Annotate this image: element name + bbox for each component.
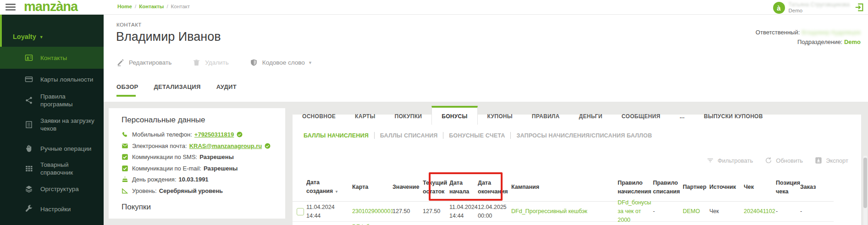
sidebar-item-contacts[interactable]: Контакты bbox=[0, 47, 104, 69]
bonus-panel: БАЛЛЫ НАЧИСЛЕНИЯ БАЛЛЫ СПИСАНИЯ БОНУСНЫЕ… bbox=[293, 102, 861, 225]
partner-link[interactable]: DEMO bbox=[683, 208, 700, 214]
user-org: Demo bbox=[789, 8, 850, 14]
sidebar-item-receipt-upload[interactable]: Заявки на загрузку чеков bbox=[0, 111, 104, 138]
col-start-date[interactable]: Дата начала bbox=[449, 179, 478, 196]
email-communications-value: Разрешены bbox=[204, 165, 238, 172]
birthday-value: 10.03.1991 bbox=[179, 176, 209, 183]
col-end-date[interactable]: Дата окончания bbox=[478, 179, 511, 196]
layers-icon bbox=[25, 185, 33, 193]
col-current-balance[interactable]: Текущий остаток bbox=[423, 179, 449, 196]
receipt-link[interactable]: 2024041102 bbox=[744, 208, 775, 214]
sidebar-item-product-catalog[interactable]: Товарный справочник bbox=[0, 159, 104, 179]
module-switcher[interactable]: Loyalty ▼ bbox=[0, 15, 104, 47]
logout-icon[interactable] bbox=[854, 2, 864, 12]
subtab-point-requests[interactable]: ЗАПРОСЫ НАЧИСЛЕНИЯ/СПИСАНИЯ БАЛЛОВ bbox=[516, 132, 652, 139]
edit-button[interactable]: Редактировать bbox=[116, 59, 171, 66]
breadcrumb-contacts[interactable]: Контакты bbox=[139, 4, 164, 9]
codeword-button[interactable]: Кодовое слово ▼ bbox=[250, 59, 312, 66]
sidebar-item-program-rules[interactable]: Правила программы bbox=[0, 90, 104, 111]
chevron-down-icon: ▼ bbox=[39, 35, 44, 39]
breadcrumb-separator: / bbox=[166, 4, 168, 9]
bonus-subtabs: БАЛЛЫ НАЧИСЛЕНИЯ БАЛЛЫ СПИСАНИЯ БОНУСНЫЕ… bbox=[304, 132, 652, 139]
tab-overview[interactable]: ОБЗОР bbox=[116, 83, 138, 97]
verified-icon bbox=[265, 143, 271, 149]
action-bar: Редактировать Удалить Кодовое слово ▼ bbox=[116, 59, 333, 66]
tab-rules[interactable]: ПРАВИЛА bbox=[522, 109, 569, 125]
sidebar-item-transactional[interactable]: Транзакционные bbox=[0, 219, 104, 225]
sidebar-item-loyalty-cards[interactable]: Карты лояльности bbox=[0, 69, 104, 90]
subtab-bonus-accounts[interactable]: БОНУСНЫЕ СЧЕТА bbox=[449, 132, 505, 139]
delete-button[interactable]: Удалить bbox=[193, 59, 229, 66]
sidebar-item-settings[interactable]: Настройки bbox=[0, 199, 104, 219]
purchases-title: Покупки bbox=[122, 203, 276, 212]
division-value: Demo bbox=[844, 38, 861, 45]
filter-button[interactable]: Фильтровать bbox=[707, 157, 753, 164]
table-header-row: Дата создания▼ Карта Значение Текущий ос… bbox=[293, 173, 834, 202]
refresh-button[interactable]: Обновить bbox=[765, 157, 803, 164]
contact-tabs: ОБЗОР ДЕТАЛИЗАЦИЯ АУДИТ bbox=[116, 83, 252, 97]
hamburger-menu-icon[interactable] bbox=[6, 4, 16, 11]
campaign-link[interactable]: DFd_Прогрессивный кешбэк bbox=[511, 208, 587, 214]
tab-more[interactable]: ... bbox=[670, 109, 694, 125]
level-value: Серебряный уровень bbox=[159, 187, 223, 194]
cell-current-balance: 127.50 bbox=[423, 207, 449, 216]
level-row: Уровень: Серебряный уровень bbox=[122, 187, 276, 194]
export-icon bbox=[815, 157, 822, 164]
tab-messages[interactable]: СООБЩЕНИЯ bbox=[612, 109, 670, 125]
responsible-value: Владимир Кудрявцев bbox=[802, 29, 861, 36]
col-source[interactable]: Источник bbox=[709, 183, 744, 192]
mail-icon bbox=[122, 143, 128, 149]
manzana-logo: manzàna bbox=[24, 0, 77, 14]
tab-audit[interactable]: АУДИТ bbox=[216, 83, 237, 97]
col-partner[interactable]: Партнер bbox=[683, 183, 709, 192]
subtab-writeoff-points[interactable]: БАЛЛЫ СПИСАНИЯ bbox=[380, 132, 437, 139]
tab-coupons[interactable]: КУПОНЫ bbox=[478, 109, 522, 125]
tab-main[interactable]: ОСНОВНОЕ bbox=[293, 109, 345, 125]
col-receipt[interactable]: Чек bbox=[744, 183, 776, 192]
phone-link[interactable]: +79250311819 bbox=[194, 131, 234, 138]
email-link[interactable]: KRAS@manzanagroup.ru bbox=[189, 143, 262, 149]
wrench-icon bbox=[25, 205, 33, 213]
col-receipt-position[interactable]: Позиция чека bbox=[776, 179, 800, 196]
email-communications-row: Коммуникации по E-mail: Разрешены bbox=[122, 165, 276, 172]
tab-detailing[interactable]: ДЕТАЛИЗАЦИЯ bbox=[154, 83, 201, 97]
col-accrual-rule[interactable]: Правило начисления bbox=[618, 179, 653, 196]
cell-writeoff-rule: - bbox=[653, 207, 683, 216]
chevron-down-icon: ▼ bbox=[308, 60, 312, 65]
col-writeoff-rule[interactable]: Правило списания bbox=[653, 179, 683, 196]
col-value[interactable]: Значение bbox=[393, 183, 423, 192]
tab-bonuses[interactable]: БОНУСЫ bbox=[431, 106, 477, 125]
card-link[interactable]: 2301029000001 bbox=[352, 208, 393, 214]
breadcrumb-home[interactable]: Home bbox=[117, 4, 132, 9]
accrual-rule-link[interactable]: DFd_бонусы за чек от 2000 bbox=[618, 199, 651, 223]
table-toolbar: Фильтровать Обновить Экспорт bbox=[695, 157, 848, 164]
row-checkbox[interactable] bbox=[297, 208, 304, 215]
phone-row: Мобильный телефон: +79250311819 bbox=[122, 131, 276, 138]
contact-header: КОНТАКТ Владимир Иванов Ответственный: В… bbox=[104, 15, 868, 102]
scrollbar-thumb[interactable] bbox=[863, 158, 867, 208]
col-created[interactable]: Дата создания▼ bbox=[306, 178, 352, 196]
hand-icon bbox=[25, 144, 33, 153]
cell-order: - bbox=[800, 207, 821, 216]
responsible-label: Ответственный: bbox=[756, 29, 800, 36]
col-card[interactable]: Карта bbox=[352, 183, 393, 192]
export-button[interactable]: Экспорт bbox=[815, 157, 848, 164]
sidebar-item-manual-operations[interactable]: Ручные операции bbox=[0, 138, 104, 159]
col-campaign[interactable]: Кампания bbox=[511, 183, 618, 192]
sidebar-item-org-structure[interactable]: Оргструктура bbox=[0, 179, 104, 199]
tab-money[interactable]: ДЕНЬГИ bbox=[569, 109, 612, 125]
app-screen: manzàna Home/Контакты/Контакт à Татьяна … bbox=[0, 0, 868, 225]
tab-cards[interactable]: КАРТЫ bbox=[345, 109, 385, 125]
checkbox-checked-icon bbox=[122, 165, 128, 172]
avatar[interactable]: à bbox=[773, 2, 785, 14]
user-name: Татьяна Струговщикова bbox=[789, 2, 850, 8]
user-menu[interactable]: à Татьяна Струговщикова Demo bbox=[773, 1, 850, 15]
tab-purchases[interactable]: ПОКУПКИ bbox=[385, 109, 432, 125]
card-icon bbox=[25, 75, 33, 83]
subtab-accrual-points[interactable]: БАЛЛЫ НАЧИСЛЕНИЯ bbox=[304, 132, 369, 139]
tab-coupon-issues[interactable]: ВЫПУСКИ КУПОНОВ bbox=[694, 109, 773, 125]
col-order[interactable]: Заказ bbox=[800, 183, 821, 192]
breadcrumb: Home/Контакты/Контакт bbox=[117, 4, 190, 9]
share-nodes-icon bbox=[25, 96, 33, 104]
entity-kicker: КОНТАКТ bbox=[116, 22, 142, 27]
